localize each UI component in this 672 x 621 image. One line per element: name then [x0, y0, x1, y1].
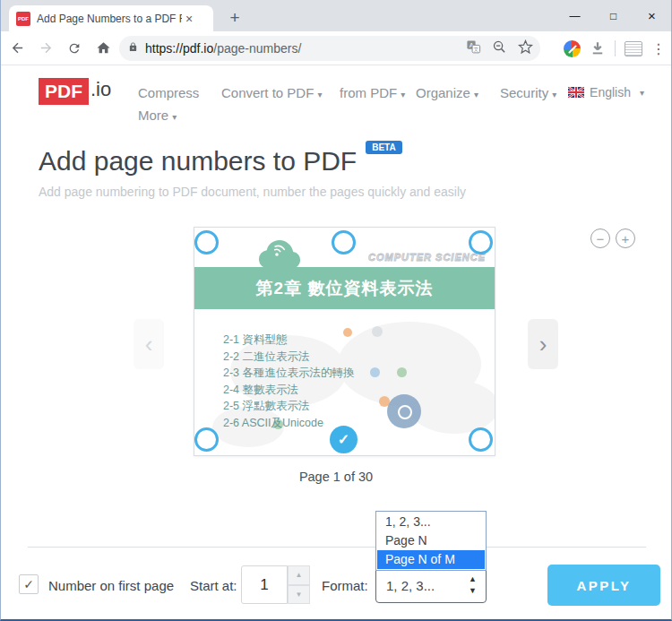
url-text: https://pdf.io/page-numbers/ [145, 41, 301, 56]
start-at-label: Start at: [190, 578, 237, 593]
beta-badge: BETA [366, 141, 401, 154]
format-selected-value: 1, 2, 3... [386, 578, 435, 593]
caret-down-icon: ▾ [317, 90, 322, 99]
caret-down-icon: ▾ [172, 112, 177, 122]
nav-security[interactable]: Security▾ [500, 85, 556, 100]
home-button[interactable] [90, 36, 116, 61]
minimize-button[interactable]: — [556, 0, 594, 31]
arrow-down-icon: ▼ [296, 591, 303, 599]
svg-text:文: 文 [474, 47, 479, 52]
caret-down-icon: ▾ [474, 90, 478, 99]
extension-colorwheel-icon[interactable] [564, 40, 581, 57]
caret-down-icon: ▾ [401, 90, 405, 99]
previous-page-button[interactable]: ‹ [134, 319, 164, 369]
position-top-center[interactable] [332, 230, 356, 254]
lock-icon [128, 40, 138, 56]
map-dot [372, 326, 383, 337]
apply-button[interactable]: APPLY [547, 565, 660, 606]
minus-icon: − [597, 231, 605, 246]
nav-from-pdf[interactable]: from PDF▾ [340, 85, 405, 100]
format-select[interactable]: 1, 2, 3... ▲▼ [375, 567, 487, 603]
new-tab-button[interactable]: + [223, 6, 246, 30]
chevron-left-icon: ‹ [145, 331, 153, 358]
tab-strip: PDF Add Page Numbers to a PDF Fi × + — □… [1, 0, 671, 31]
position-top-left[interactable] [194, 230, 219, 254]
number-on-first-page-checkbox[interactable]: ✓ [19, 574, 39, 594]
translate-icon[interactable]: A文 [466, 39, 481, 58]
arrow-up-icon: ▲ [296, 571, 303, 579]
start-at-increment-button[interactable]: ▲ [288, 565, 310, 585]
format-option-page-n[interactable]: Page N [377, 531, 485, 550]
start-at-input[interactable] [241, 565, 288, 604]
zoom-in-button[interactable]: + [616, 229, 635, 248]
format-option-123[interactable]: 1, 2, 3... [377, 513, 485, 531]
uk-flag-icon [568, 87, 584, 98]
nav-convert-to-pdf[interactable]: Convert to PDF▾ [221, 85, 322, 100]
map-dot [370, 367, 380, 377]
caret-down-icon: ▾ [640, 88, 644, 98]
map-big-dot [387, 394, 421, 428]
select-updown-icon: ▲▼ [469, 574, 477, 597]
toolbar-separator [615, 40, 616, 56]
format-dropdown-list: 1, 2, 3... Page N Page N of M [375, 511, 487, 571]
tab-close-icon[interactable]: × [185, 13, 193, 25]
page-indicator: Page 1 of 30 [1, 470, 671, 484]
zoom-out-icon[interactable] [492, 39, 507, 58]
maximize-button[interactable]: □ [594, 0, 633, 31]
toc-item: 2-1 資料型態 [223, 332, 355, 349]
position-bottom-right[interactable] [469, 427, 493, 452]
caret-down-icon: ▾ [552, 90, 556, 99]
browser-tab[interactable]: PDF Add Page Numbers to a PDF Fi × [9, 5, 213, 31]
format-label: Format: [322, 578, 368, 593]
back-button[interactable] [4, 36, 30, 61]
reload-button[interactable] [62, 36, 87, 61]
window-close-button[interactable]: × [633, 0, 671, 31]
section-divider [28, 547, 646, 548]
next-page-button[interactable]: › [528, 319, 558, 369]
plus-icon: + [622, 231, 630, 246]
chevron-right-icon: › [539, 331, 547, 358]
page-title: Add page numbers to PDFBETA [39, 146, 402, 177]
zoom-out-button[interactable]: − [590, 229, 610, 248]
download-extension-icon[interactable] [590, 40, 606, 56]
nav-more[interactable]: More▾ [138, 108, 177, 123]
browser-window: PDF Add Page Numbers to a PDF Fi × + — □… [0, 0, 672, 621]
start-at-decrement-button[interactable]: ▼ [288, 585, 310, 605]
computer-science-watermark: COMPUTER SCIENCE [368, 252, 486, 263]
language-selector[interactable]: English ▾ [568, 85, 644, 99]
slide-toc: 2-1 資料型態 2-2 二進位表示法 2-3 各種進位表示法的轉換 2-4 整… [223, 332, 355, 431]
position-bottom-center-selected[interactable]: ✓ [330, 426, 358, 453]
screenshot-extension-icon[interactable] [625, 41, 642, 56]
position-top-right[interactable] [469, 230, 493, 254]
checkbox-check-icon: ✓ [23, 577, 34, 591]
toc-item: 2-3 各種進位表示法的轉換 [223, 365, 355, 382]
address-bar[interactable]: https://pdf.io/page-numbers/ A文 [119, 36, 540, 61]
pdf-page-preview: COMPUTER SCIENCE 第2章 數位資料表示法 2-1 資料型態 2-… [194, 227, 495, 456]
bookmark-star-icon[interactable] [518, 39, 533, 58]
slide-title-banner: 第2章 數位資料表示法 [194, 267, 495, 309]
map-dot [397, 367, 407, 377]
nav-compress[interactable]: Compress [138, 85, 199, 100]
pdfio-logo[interactable]: PDF .io [39, 78, 111, 105]
logo-pdf-text: PDF [39, 78, 89, 105]
logo-io-text: .io [90, 78, 111, 101]
page-subtitle: Add page numbering to PDF document, numb… [39, 185, 466, 199]
format-option-page-n-of-m[interactable]: Page N of M [377, 550, 485, 569]
language-label: English [590, 85, 631, 99]
toc-item: 2-5 浮點數表示法 [223, 398, 355, 415]
toc-item: 2-4 整數表示法 [223, 382, 355, 399]
nav-organize[interactable]: Organize▾ [416, 85, 478, 100]
check-icon: ✓ [338, 431, 349, 448]
number-on-first-page-label: Number on first page [48, 578, 174, 593]
forward-button[interactable] [33, 36, 58, 61]
tab-title: Add Page Numbers to a PDF Fi [37, 13, 182, 25]
chrome-menu-icon[interactable]: ⋮ [651, 40, 666, 57]
start-at-field: ▲ ▼ [241, 565, 310, 604]
position-bottom-left[interactable] [194, 427, 219, 452]
toc-item: 2-2 二進位表示法 [223, 349, 355, 366]
pdf-favicon-icon: PDF [16, 12, 30, 26]
map-blob [409, 380, 495, 434]
